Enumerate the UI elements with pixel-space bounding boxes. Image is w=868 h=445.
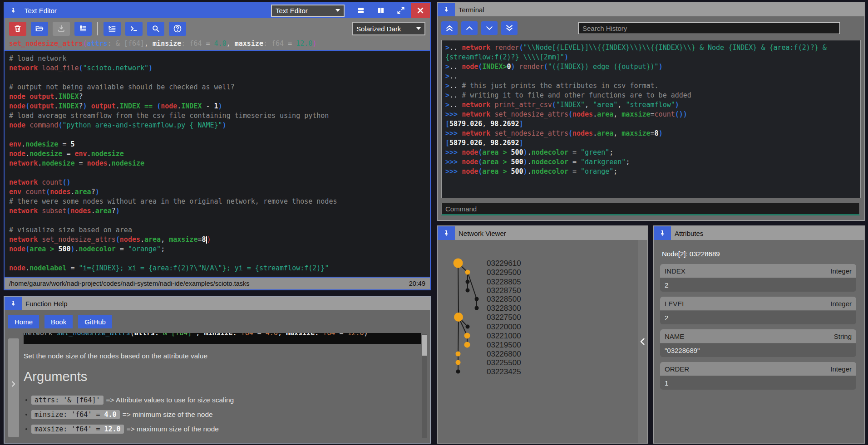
help-button[interactable] xyxy=(169,22,186,36)
trash-button[interactable] xyxy=(9,22,26,36)
panel-title: Terminal xyxy=(459,6,484,14)
text-editor-titlebar: Text Editor Text Editor xyxy=(5,3,430,18)
collapse-panel-button[interactable] xyxy=(638,240,647,443)
history-prev-button[interactable] xyxy=(461,21,478,35)
attributes-header: Attributes xyxy=(654,226,864,240)
attribute-key-row: INDEX Integer xyxy=(660,264,856,278)
argument-code-chip: maxsize: 'f64' = 12.0 xyxy=(31,425,124,434)
attribute-value: "03228689" xyxy=(665,347,700,354)
attribute-value: 1 xyxy=(665,379,668,387)
network-node[interactable] xyxy=(466,325,470,329)
terminal-button[interactable] xyxy=(125,22,143,36)
network-node-label[interactable]: 03228300 xyxy=(487,304,521,313)
history-next-button[interactable] xyxy=(481,21,498,35)
network-canvas[interactable]: 0322961003229500032288050322875003228500… xyxy=(438,240,647,443)
close-button[interactable] xyxy=(411,3,430,18)
attribute-value-row[interactable]: 2 xyxy=(660,278,856,292)
attribute-value-row[interactable]: "03228689" xyxy=(660,343,856,357)
attribute-type: Integer xyxy=(830,300,852,308)
format-file-button[interactable] xyxy=(74,22,92,36)
attribute-key-row: ORDER Integer xyxy=(660,362,856,376)
network-node[interactable] xyxy=(475,306,479,310)
network-node[interactable] xyxy=(454,259,463,268)
theme-dropdown[interactable]: Solarized Dark xyxy=(352,22,425,35)
search-history-input[interactable] xyxy=(578,22,840,34)
network-node[interactable] xyxy=(466,280,470,284)
network-node[interactable] xyxy=(456,352,461,357)
attribute-key: INDEX xyxy=(665,267,830,275)
network-node-label[interactable]: 03228750 xyxy=(487,286,521,295)
section-chevron-icon[interactable] xyxy=(10,380,17,390)
network-edge xyxy=(458,317,459,354)
import-file-button[interactable] xyxy=(53,22,70,36)
attributes-panel: Attributes Node[2]: 03228689 INDEX Integ… xyxy=(653,225,865,444)
panel-title: Network Viewer xyxy=(459,230,506,237)
pin-icon[interactable] xyxy=(5,3,22,18)
network-node-label[interactable]: 03228805 xyxy=(487,278,521,286)
function-description: Set the node size of the nodes based on … xyxy=(24,352,207,360)
bullet-icon xyxy=(25,399,27,401)
network-node-label[interactable]: 03226800 xyxy=(487,350,521,358)
network-node-label[interactable]: 03225500 xyxy=(487,358,521,367)
panel-switcher-dropdown[interactable]: Text Editor xyxy=(271,5,345,17)
network-node-label[interactable]: 03229610 xyxy=(487,259,521,268)
network-node[interactable] xyxy=(464,333,470,339)
help-content[interactable]: network set_nodesize_attrs(attrs: & [f64… xyxy=(5,332,430,443)
attribute-card: LEVEL Integer 2 xyxy=(660,297,856,324)
network-node-label[interactable]: 03228500 xyxy=(487,295,521,303)
pin-icon[interactable] xyxy=(654,226,671,240)
network-node[interactable] xyxy=(456,370,460,374)
split-horizontal-button[interactable] xyxy=(354,4,368,17)
network-graph[interactable]: 0322961003229500032288050322875003228500… xyxy=(438,240,637,443)
terminal-header: Terminal xyxy=(438,3,864,16)
pin-icon[interactable] xyxy=(5,297,22,310)
attribute-card: ORDER Integer 1 xyxy=(660,362,856,390)
maximize-button[interactable] xyxy=(394,4,408,17)
command-input[interactable] xyxy=(441,203,860,215)
home-button[interactable]: Home xyxy=(8,315,39,328)
editor-toolbar-buttons xyxy=(9,22,191,36)
network-node-label[interactable]: 03221000 xyxy=(487,332,521,340)
help-scrollbar-thumb[interactable] xyxy=(422,335,427,356)
book-button[interactable]: Book xyxy=(44,315,73,328)
network-node[interactable] xyxy=(465,270,470,275)
selected-node-title: Node[2]: 03228689 xyxy=(662,250,858,258)
code-editor[interactable]: # load networknetwork load_file("scioto.… xyxy=(5,50,430,278)
network-node-label[interactable]: 03219500 xyxy=(487,341,521,349)
file-path: /home/gaurav/work/nadi-project/codes/nad… xyxy=(9,280,409,287)
network-node[interactable] xyxy=(454,313,463,322)
bullet-icon xyxy=(25,428,27,430)
argument-row: maxsize: 'f64' = 12.0=> maximum size of … xyxy=(25,422,416,436)
github-button[interactable]: GitHub xyxy=(78,315,112,328)
pin-icon[interactable] xyxy=(438,3,455,16)
arguments-heading: Arguments xyxy=(24,369,87,384)
clock: 20:49 xyxy=(409,280,425,287)
network-viewer-header: Network Viewer xyxy=(438,226,647,240)
network-node[interactable] xyxy=(475,297,479,301)
network-node[interactable] xyxy=(464,342,470,348)
attribute-value-row[interactable]: 1 xyxy=(660,376,856,390)
search-button[interactable] xyxy=(147,22,164,36)
network-node-label[interactable]: 03227500 xyxy=(487,313,521,322)
help-link-buttons: HomeBookGitHub xyxy=(5,310,430,332)
history-last-button[interactable] xyxy=(501,21,518,35)
attribute-key: ORDER xyxy=(665,365,830,373)
chevron-down-icon xyxy=(416,27,421,30)
split-vertical-button[interactable] xyxy=(374,4,388,17)
network-node-label[interactable]: 03220000 xyxy=(487,323,521,331)
open-folder-button[interactable] xyxy=(31,22,48,36)
argument-description: => minimum size of the node xyxy=(123,411,213,419)
network-viewer-panel: Network Viewer 0322961003229500032288050… xyxy=(437,225,648,444)
network-node[interactable] xyxy=(466,289,470,293)
attribute-key-row: NAME String xyxy=(660,329,856,343)
network-node[interactable] xyxy=(456,360,461,365)
network-node-label[interactable]: 03223425 xyxy=(487,367,521,376)
attribute-key-row: LEVEL Integer xyxy=(660,297,856,310)
history-first-button[interactable] xyxy=(441,21,458,35)
pin-icon[interactable] xyxy=(438,226,455,240)
network-node-label[interactable]: 03229500 xyxy=(487,268,521,277)
terminal-output[interactable]: >.. network render("\\Node[{LEVEL}]\\{{I… xyxy=(441,40,861,198)
attribute-value-row[interactable]: 2 xyxy=(660,311,856,324)
help-signature-code: network set_nodesize_attrs(attrs: & [f64… xyxy=(24,333,421,344)
run-lines-button[interactable] xyxy=(104,22,121,36)
